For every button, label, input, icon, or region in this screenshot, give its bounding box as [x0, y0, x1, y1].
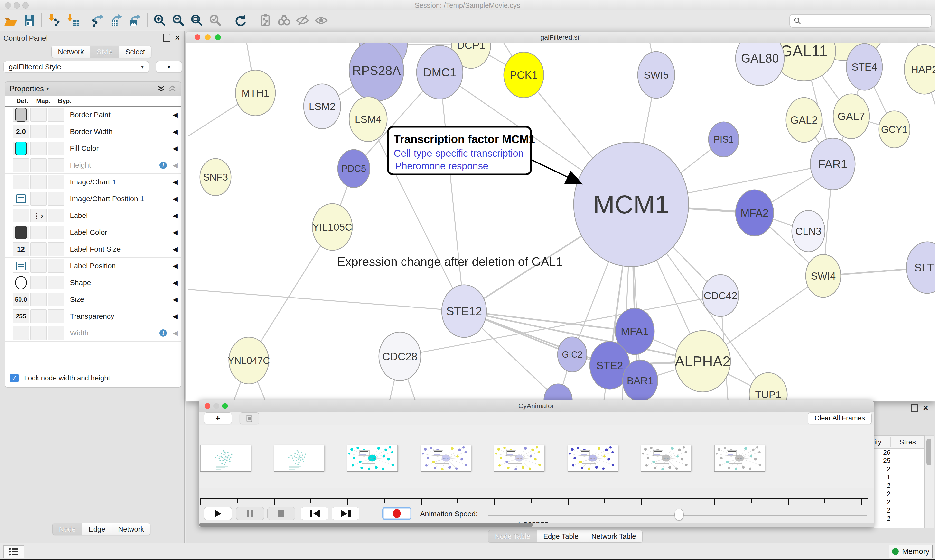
zoom-selected-icon[interactable] — [207, 12, 224, 29]
delete-frame-button[interactable] — [239, 412, 259, 424]
expand-all-icon[interactable] — [157, 85, 165, 92]
expand-row-icon[interactable]: ◀ — [173, 195, 177, 203]
expand-row-icon[interactable]: ◀ — [173, 229, 177, 236]
column-header-ity[interactable]: ity — [874, 438, 890, 446]
zoom-in-icon[interactable] — [151, 12, 169, 29]
tab-network[interactable]: Network — [112, 523, 150, 535]
skip-to-start-button[interactable] — [301, 507, 329, 520]
add-frame-button[interactable]: + — [204, 412, 232, 424]
lock-checkbox[interactable]: ✓ — [10, 374, 19, 382]
table-row[interactable]: 25 — [874, 457, 924, 465]
zoom-fit-icon[interactable] — [188, 12, 206, 29]
table-row[interactable]: 2 — [874, 507, 924, 515]
column-header-stress[interactable]: Stres — [890, 437, 924, 447]
property-row-size[interactable]: 50.0Size◀ — [5, 291, 181, 308]
property-row-height[interactable]: Heighti◀ — [5, 157, 181, 174]
search-box[interactable] — [789, 14, 932, 28]
expand-row-icon[interactable]: ◀ — [173, 296, 177, 303]
export-table-icon[interactable] — [108, 12, 125, 29]
annotation-link-1[interactable]: Cell-type-specific transcription — [394, 148, 524, 158]
cyanimator-hscrollbar[interactable] — [199, 523, 874, 527]
expand-row-icon[interactable]: ◀ — [173, 212, 177, 219]
tab-node[interactable]: Node — [52, 523, 82, 535]
frame-thumbnail-1[interactable] — [274, 445, 324, 471]
table-row[interactable]: 1 — [874, 474, 924, 482]
expand-row-icon[interactable]: ◀ — [173, 279, 177, 286]
style-select[interactable]: galFiltered Style ▾ — [3, 61, 149, 73]
export-network-icon[interactable] — [89, 12, 106, 29]
paste-icon[interactable] — [257, 12, 275, 29]
expand-row-icon[interactable]: ◀ — [173, 111, 177, 119]
property-row-border-paint[interactable]: Border Paint◀ — [5, 106, 181, 123]
expand-row-icon[interactable]: ◀ — [173, 162, 177, 169]
memory-button[interactable]: Memory — [889, 545, 933, 558]
tab-style[interactable]: Style — [90, 46, 119, 58]
expand-row-icon[interactable]: ◀ — [173, 329, 177, 337]
tab-edge[interactable]: Edge — [82, 523, 112, 535]
cyanimator-titlebar[interactable]: CyAnimator — [199, 400, 874, 412]
stats-table-scrollbar[interactable] — [925, 435, 934, 528]
tab-select[interactable]: Select — [119, 46, 151, 58]
info-icon[interactable]: i — [159, 162, 167, 169]
frame-thumbnail-0[interactable] — [201, 445, 251, 471]
property-row-width[interactable]: Widthi◀ — [5, 325, 181, 342]
property-row-image-chart-position-1[interactable]: Image/Chart Position 1◀ — [5, 191, 181, 207]
properties-header[interactable]: Properties ▾ — [5, 82, 181, 96]
play-button[interactable] — [204, 507, 232, 520]
property-row-fill-color[interactable]: Fill Color◀ — [5, 140, 181, 157]
annotation-link-2[interactable]: Pheromone response — [395, 160, 488, 171]
network-canvas[interactable]: GAL11GAL80DCP1RPS28ADMC1PCK1MTH1LSM2LSM4… — [186, 43, 935, 402]
property-row-label-font-size[interactable]: 12Label Font Size◀ — [5, 241, 181, 258]
property-row-border-width[interactable]: 2.0Border Width◀ — [5, 123, 181, 140]
table-row[interactable]: 2 — [874, 515, 924, 523]
frame-thumbnail-5[interactable]: MCM — [568, 445, 618, 471]
table-row[interactable]: 26 — [874, 449, 924, 457]
float-table-panel-icon[interactable] — [911, 404, 918, 412]
timeline-playhead[interactable] — [418, 451, 418, 498]
expand-row-icon[interactable]: ◀ — [173, 245, 177, 253]
property-row-label[interactable]: ⋮›Label◀ — [5, 207, 181, 224]
import-network-icon[interactable] — [46, 12, 63, 29]
property-row-shape[interactable]: Shape◀ — [5, 274, 181, 291]
frame-thumbnail-7[interactable]: MCM — [714, 445, 765, 471]
record-button[interactable] — [382, 507, 412, 520]
export-image-icon[interactable] — [126, 12, 143, 29]
tab-edge-table[interactable]: Edge Table — [537, 530, 585, 543]
open-folder-icon[interactable] — [2, 12, 20, 29]
save-icon[interactable] — [20, 12, 38, 29]
stop-button[interactable] — [267, 507, 295, 520]
property-row-label-position[interactable]: Label Position◀ — [5, 258, 181, 274]
clear-all-frames-button[interactable]: Clear All Frames — [808, 412, 872, 424]
cyanimator-hscroll-thumb[interactable] — [199, 523, 533, 527]
refresh-icon[interactable] — [232, 12, 249, 29]
show-details-icon[interactable] — [312, 12, 330, 29]
frame-thumbnail-6[interactable]: MCM — [641, 445, 691, 471]
collapse-all-icon[interactable] — [168, 85, 176, 92]
lock-node-size-row[interactable]: ✓ Lock node width and height — [10, 374, 181, 382]
property-row-image-chart-1[interactable]: Image/Chart 1◀ — [5, 174, 181, 191]
node-cut-node[interactable] — [544, 384, 572, 402]
hide-details-icon[interactable] — [294, 12, 312, 29]
search-network-icon[interactable] — [275, 12, 293, 29]
table-row[interactable]: 2 — [874, 465, 924, 474]
task-history-button[interactable] — [3, 545, 24, 558]
expand-row-icon[interactable]: ◀ — [173, 128, 177, 135]
expand-row-icon[interactable]: ◀ — [173, 145, 177, 152]
frame-thumbnail-2[interactable]: MCM — [347, 445, 398, 471]
tab-network[interactable]: Network — [52, 46, 90, 58]
search-input[interactable] — [804, 17, 931, 25]
annotation-box[interactable]: Transcription factor MCM1Cell-type-speci… — [388, 127, 581, 183]
close-panel-icon[interactable]: × — [175, 34, 180, 41]
frame-thumbnail-4[interactable]: MCM — [494, 445, 545, 471]
table-row[interactable]: 2 — [874, 490, 924, 498]
table-row[interactable]: 2 — [874, 498, 924, 507]
network-window-titlebar[interactable]: galFiltered.sif — [186, 32, 935, 43]
close-table-panel-icon[interactable]: × — [923, 405, 928, 411]
expand-row-icon[interactable]: ◀ — [173, 312, 177, 320]
table-row[interactable]: 2 — [874, 482, 924, 490]
float-panel-icon[interactable] — [163, 34, 170, 42]
tab-network-table[interactable]: Network Table — [585, 530, 642, 543]
frame-thumbnail-3[interactable]: MCM — [421, 445, 471, 471]
property-row-label-color[interactable]: Label Color◀ — [5, 224, 181, 241]
property-row-transparency[interactable]: 255Transparency◀ — [5, 308, 181, 325]
